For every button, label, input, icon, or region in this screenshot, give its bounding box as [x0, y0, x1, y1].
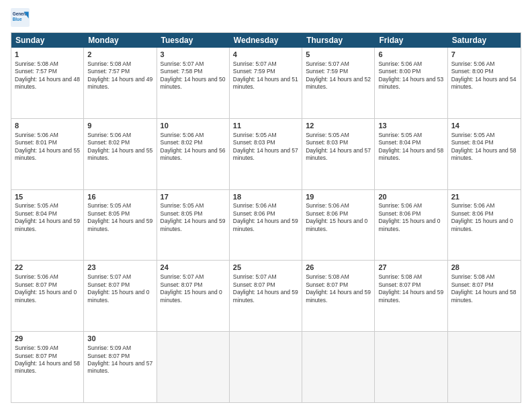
sunset-label: Sunset: 8:05 PM — [87, 210, 130, 217]
day-cell-10: 10Sunrise: 5:06 AMSunset: 8:02 PMDayligh… — [157, 119, 230, 189]
sunrise-label: Sunrise: 5:05 AM — [15, 202, 58, 209]
sunset-label: Sunset: 8:06 PM — [451, 210, 494, 217]
daylight-label: Daylight: 14 hours and 49 minutes. — [87, 76, 152, 90]
daylight-label: Daylight: 14 hours and 59 minutes. — [87, 218, 152, 232]
sunrise-label: Sunrise: 5:08 AM — [87, 60, 131, 67]
week-row-4: 22Sunrise: 5:06 AMSunset: 8:07 PMDayligh… — [11, 261, 521, 332]
sunset-label: Sunset: 7:58 PM — [161, 68, 203, 75]
logo-icon: General Blue — [11, 8, 30, 27]
empty-cell — [157, 332, 230, 402]
daylight-label: Daylight: 14 hours and 56 minutes. — [161, 147, 226, 161]
sunrise-label: Sunrise: 5:08 AM — [306, 273, 349, 280]
day-cell-24: 24Sunrise: 5:07 AMSunset: 8:07 PMDayligh… — [157, 261, 230, 331]
header-day-saturday: Saturday — [448, 33, 521, 48]
sunset-label: Sunset: 8:02 PM — [161, 139, 203, 146]
sunset-label: Sunset: 8:01 PM — [15, 139, 57, 146]
sunrise-label: Sunrise: 5:06 AM — [378, 202, 422, 209]
day-number: 11 — [233, 121, 298, 131]
day-cell-11: 11Sunrise: 5:05 AMSunset: 8:03 PMDayligh… — [230, 119, 302, 189]
header-day-monday: Monday — [84, 33, 157, 48]
day-cell-8: 8Sunrise: 5:06 AMSunset: 8:01 PMDaylight… — [11, 119, 84, 189]
day-number: 7 — [451, 50, 517, 60]
sunrise-label: Sunrise: 5:06 AM — [15, 132, 58, 138]
sunset-label: Sunset: 8:03 PM — [233, 139, 275, 146]
daylight-label: Daylight: 14 hours and 59 minutes. — [15, 218, 80, 232]
daylight-label: Daylight: 14 hours and 54 minutes. — [451, 76, 517, 90]
day-cell-1: 1Sunrise: 5:08 AMSunset: 7:57 PMDaylight… — [11, 48, 84, 118]
day-cell-3: 3Sunrise: 5:07 AMSunset: 7:58 PMDaylight… — [157, 48, 230, 118]
daylight-label: Daylight: 14 hours and 59 minutes. — [161, 218, 226, 232]
sunset-label: Sunset: 8:02 PM — [87, 139, 130, 146]
day-number: 17 — [161, 192, 226, 202]
week-row-3: 15Sunrise: 5:05 AMSunset: 8:04 PMDayligh… — [11, 190, 521, 261]
daylight-label: Daylight: 14 hours and 53 minutes. — [378, 76, 443, 90]
sunrise-label: Sunrise: 5:05 AM — [233, 132, 277, 138]
sunrise-label: Sunrise: 5:07 AM — [233, 273, 277, 280]
day-cell-19: 19Sunrise: 5:06 AMSunset: 8:06 PMDayligh… — [302, 190, 375, 261]
day-number: 29 — [15, 334, 80, 344]
daylight-label: Daylight: 14 hours and 52 minutes. — [306, 76, 371, 90]
sunset-label: Sunset: 8:06 PM — [233, 210, 275, 217]
daylight-label: Daylight: 14 hours and 57 minutes. — [306, 147, 371, 161]
calendar-header: SundayMondayTuesdayWednesdayThursdayFrid… — [11, 33, 521, 48]
daylight-label: Daylight: 14 hours and 57 minutes. — [87, 360, 152, 374]
sunset-label: Sunset: 8:07 PM — [161, 281, 203, 288]
day-cell-22: 22Sunrise: 5:06 AMSunset: 8:07 PMDayligh… — [11, 261, 84, 331]
day-number: 22 — [15, 263, 80, 273]
daylight-label: Daylight: 14 hours and 48 minutes. — [15, 76, 80, 90]
calendar-body: 1Sunrise: 5:08 AMSunset: 7:57 PMDaylight… — [11, 48, 521, 402]
header-day-thursday: Thursday — [302, 33, 375, 48]
day-number: 12 — [306, 121, 371, 131]
day-number: 13 — [378, 121, 443, 131]
sunset-label: Sunset: 8:07 PM — [87, 353, 130, 359]
daylight-label: Daylight: 14 hours and 59 minutes. — [233, 289, 298, 303]
sunrise-label: Sunrise: 5:07 AM — [161, 60, 204, 67]
sunset-label: Sunset: 8:00 PM — [378, 68, 420, 75]
header: General Blue — [11, 8, 521, 27]
sunset-label: Sunset: 8:07 PM — [451, 281, 494, 288]
day-cell-5: 5Sunrise: 5:07 AMSunset: 7:59 PMDaylight… — [302, 48, 375, 118]
sunrise-label: Sunrise: 5:07 AM — [87, 273, 131, 280]
sunset-label: Sunset: 8:07 PM — [15, 281, 57, 288]
day-number: 1 — [15, 50, 80, 60]
day-cell-26: 26Sunrise: 5:08 AMSunset: 8:07 PMDayligh… — [302, 261, 375, 331]
day-number: 10 — [161, 121, 226, 131]
day-cell-9: 9Sunrise: 5:06 AMSunset: 8:02 PMDaylight… — [84, 119, 157, 189]
day-number: 15 — [15, 192, 80, 202]
day-cell-15: 15Sunrise: 5:05 AMSunset: 8:04 PMDayligh… — [11, 190, 84, 261]
sunrise-label: Sunrise: 5:07 AM — [306, 60, 349, 67]
sunrise-label: Sunrise: 5:08 AM — [378, 273, 422, 280]
day-number: 6 — [378, 50, 443, 60]
day-cell-21: 21Sunrise: 5:06 AMSunset: 8:06 PMDayligh… — [448, 190, 521, 261]
sunset-label: Sunset: 8:07 PM — [15, 353, 57, 359]
sunset-label: Sunset: 8:04 PM — [378, 139, 420, 146]
day-number: 16 — [87, 192, 152, 202]
day-number: 3 — [161, 50, 226, 60]
daylight-label: Daylight: 14 hours and 50 minutes. — [161, 76, 226, 90]
empty-cell — [302, 332, 375, 402]
daylight-label: Daylight: 14 hours and 59 minutes. — [378, 289, 443, 303]
daylight-label: Daylight: 15 hours and 0 minutes. — [161, 289, 222, 303]
daylight-label: Daylight: 15 hours and 0 minutes. — [306, 218, 367, 232]
calendar: SundayMondayTuesdayWednesdayThursdayFrid… — [11, 32, 521, 403]
sunrise-label: Sunrise: 5:07 AM — [233, 60, 277, 67]
day-cell-25: 25Sunrise: 5:07 AMSunset: 8:07 PMDayligh… — [230, 261, 302, 331]
sunset-label: Sunset: 8:07 PM — [233, 281, 275, 288]
daylight-label: Daylight: 15 hours and 0 minutes. — [378, 218, 440, 232]
daylight-label: Daylight: 14 hours and 59 minutes. — [306, 289, 371, 303]
sunset-label: Sunset: 7:57 PM — [15, 68, 57, 75]
empty-cell — [375, 332, 447, 402]
sunset-label: Sunset: 8:07 PM — [87, 281, 130, 288]
day-cell-23: 23Sunrise: 5:07 AMSunset: 8:07 PMDayligh… — [84, 261, 157, 331]
sunset-label: Sunset: 8:06 PM — [306, 210, 348, 217]
daylight-label: Daylight: 14 hours and 55 minutes. — [15, 147, 80, 161]
day-number: 23 — [87, 263, 152, 273]
day-number: 27 — [378, 263, 443, 273]
day-number: 28 — [451, 263, 517, 273]
header-day-wednesday: Wednesday — [230, 33, 302, 48]
day-cell-28: 28Sunrise: 5:08 AMSunset: 8:07 PMDayligh… — [448, 261, 521, 331]
sunset-label: Sunset: 8:05 PM — [161, 210, 203, 217]
sunset-label: Sunset: 8:06 PM — [378, 210, 420, 217]
week-row-5: 29Sunrise: 5:09 AMSunset: 8:07 PMDayligh… — [11, 332, 521, 402]
header-day-sunday: Sunday — [11, 33, 84, 48]
